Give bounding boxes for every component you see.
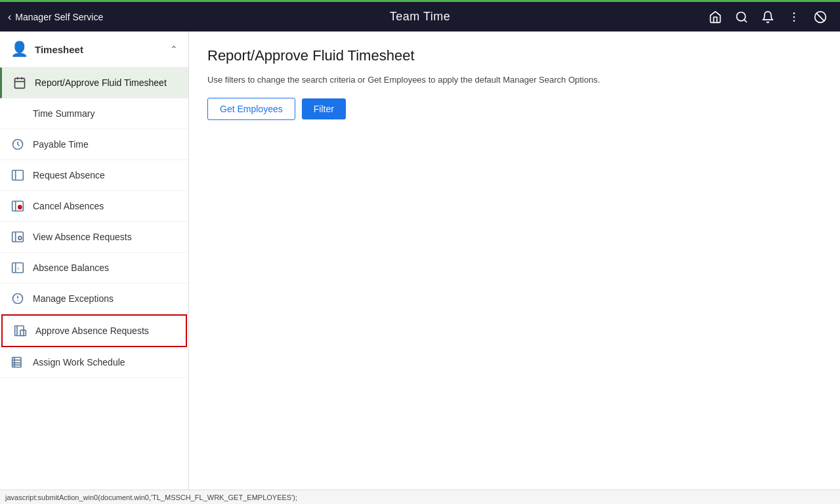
- get-employees-button[interactable]: Get Employees: [207, 98, 295, 120]
- sidebar-item-approve-absence-requests[interactable]: Approve Absence Requests: [1, 314, 187, 347]
- sidebar-header-left: 👤 Timesheet: [10, 41, 83, 58]
- main-layout: 👤 Timesheet ⌃ Report/Approve Fluid Times…: [0, 32, 840, 490]
- collapse-handle[interactable]: ‖: [188, 247, 189, 274]
- sidebar-title: Timesheet: [35, 44, 83, 55]
- svg-line-1: [744, 19, 747, 22]
- sidebar-item-label: Request Absence: [33, 170, 105, 180]
- sidebar-header: 👤 Timesheet ⌃: [0, 32, 188, 68]
- sidebar: 👤 Timesheet ⌃ Report/Approve Fluid Times…: [0, 32, 189, 490]
- sidebar-item-label: Payable Time: [33, 139, 89, 150]
- circle-slash-icon[interactable]: [808, 5, 832, 29]
- sidebar-item-label: Assign Work Schedule: [33, 357, 125, 368]
- report-approve-icon: [12, 75, 27, 90]
- more-icon[interactable]: [782, 5, 806, 29]
- back-label: Manager Self Service: [15, 12, 103, 22]
- svg-point-21: [18, 236, 22, 240]
- sidebar-item-assign-work-schedule[interactable]: Assign Work Schedule: [0, 347, 188, 378]
- svg-rect-12: [12, 171, 24, 180]
- page-title: Report/Approve Fluid Timesheet: [207, 47, 822, 64]
- manage-exceptions-icon: [10, 291, 25, 306]
- time-summary-icon: [10, 106, 25, 121]
- svg-point-2: [793, 12, 795, 14]
- svg-text:±: ±: [17, 266, 20, 270]
- home-icon[interactable]: [704, 5, 727, 29]
- absence-balances-icon: ±: [10, 261, 25, 275]
- search-icon[interactable]: [730, 5, 753, 29]
- collapse-sidebar-icon[interactable]: ⌃: [170, 44, 178, 54]
- sidebar-item-label: Cancel Absences: [33, 201, 104, 211]
- svg-line-6: [816, 13, 824, 21]
- sidebar-item-manage-exceptions[interactable]: Manage Exceptions: [0, 284, 188, 314]
- chevron-left-icon: ‹: [8, 11, 11, 23]
- sidebar-item-label: Time Summary: [33, 108, 94, 119]
- sidebar-item-label: Manage Exceptions: [33, 293, 114, 304]
- assign-work-schedule-icon: [10, 355, 25, 369]
- sidebar-item-label: Absence Balances: [33, 262, 109, 273]
- sidebar-item-label: View Absence Requests: [33, 232, 132, 242]
- status-bar: javascript:submitAction_win0(document.wi…: [0, 490, 840, 504]
- cancel-absences-icon: [10, 199, 25, 213]
- button-row: Get Employees Filter: [207, 98, 822, 120]
- sidebar-item-cancel-absences[interactable]: Cancel Absences: [0, 191, 188, 222]
- top-bar: ‹ Manager Self Service Team Time: [0, 0, 840, 32]
- approve-absence-requests-icon: [13, 324, 28, 338]
- top-bar-actions: [704, 5, 840, 29]
- svg-rect-7: [15, 78, 25, 88]
- view-absence-requests-icon: [10, 230, 25, 244]
- sidebar-item-view-absence-requests[interactable]: View Absence Requests: [0, 222, 188, 253]
- main-content: Report/Approve Fluid Timesheet Use filte…: [189, 32, 840, 490]
- svg-point-4: [793, 20, 795, 22]
- sidebar-item-time-summary[interactable]: Time Summary: [0, 98, 188, 129]
- sidebar-item-absence-balances[interactable]: ± Absence Balances: [0, 253, 188, 284]
- sidebar-item-request-absence[interactable]: Request Absence: [0, 160, 188, 191]
- page-description: Use filters to change the search criteri…: [207, 75, 822, 85]
- sidebar-item-report-approve[interactable]: Report/Approve Fluid Timesheet: [0, 68, 188, 98]
- svg-point-3: [793, 16, 795, 18]
- request-absence-icon: [10, 168, 25, 182]
- sidebar-item-label: Report/Approve Fluid Timesheet: [35, 77, 167, 88]
- sidebar-item-label: Approve Absence Requests: [35, 326, 149, 336]
- bell-icon[interactable]: [756, 5, 780, 29]
- timesheet-icon: 👤: [10, 41, 28, 58]
- filter-button[interactable]: Filter: [302, 98, 346, 119]
- sidebar-item-payable-time[interactable]: Payable Time: [0, 129, 188, 160]
- back-nav[interactable]: ‹ Manager Self Service: [0, 11, 131, 23]
- payable-time-icon: [10, 137, 25, 152]
- page-header-title: Team Time: [390, 10, 451, 24]
- status-text: javascript:submitAction_win0(document.wi…: [5, 494, 297, 501]
